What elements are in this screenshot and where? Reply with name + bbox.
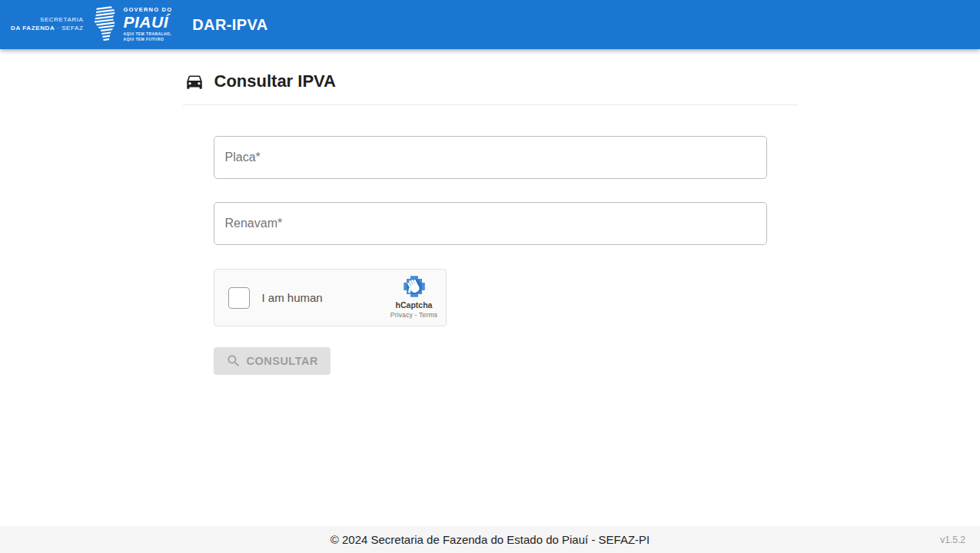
secretaria-line2: DA FAZENDA · SEFAZ [11, 25, 84, 33]
placa-input[interactable] [214, 136, 767, 179]
hcaptcha-widget: I am human hCaptcha Privacy - Terms [214, 269, 447, 326]
hcaptcha-brand: hCaptcha Privacy - Terms [389, 275, 440, 318]
consulta-form: I am human hCaptcha Privacy - Terms [183, 136, 798, 375]
copyright-text: © 2024 Secretaria de Fazenda do Estado d… [331, 533, 649, 546]
secretaria-fazenda-wordmark: SECRETARIA DA FAZENDA · SEFAZ [11, 16, 84, 33]
governo-piaui-wordmark: GOVERNO DO PIAUÍ AQUI TEM TRABALHO, AQUI… [124, 7, 173, 42]
app-version: v1.5.2 [940, 535, 965, 545]
section-heading: Consultar IPVA [184, 71, 798, 91]
piaui-label: PIAUÍ [124, 14, 173, 30]
piaui-map-icon [91, 6, 119, 43]
governo-slogan: AQUI TEM TRABALHO, AQUI TEM FUTURO [124, 31, 173, 42]
governo-do-label: GOVERNO DO [124, 7, 173, 13]
app-header: SECRETARIA DA FAZENDA · SEFAZ [0, 0, 980, 49]
search-icon [226, 353, 241, 369]
car-icon [184, 71, 204, 91]
main-content: Consultar IPVA I am human [183, 49, 798, 375]
captcha-privacy-terms-links[interactable]: Privacy - Terms [389, 312, 440, 319]
renavam-input[interactable] [214, 202, 767, 245]
captcha-checkbox[interactable] [228, 287, 250, 309]
heading-divider [183, 104, 798, 105]
hcaptcha-brand-name: hCaptcha [389, 301, 440, 310]
secretaria-line1: SECRETARIA [11, 16, 84, 25]
app-footer: © 2024 Secretaria de Fazenda do Estado d… [0, 526, 980, 553]
hcaptcha-logo-icon [403, 275, 426, 298]
page-title: DAR-IPVA [192, 16, 267, 34]
sefaz-piaui-logo: SECRETARIA DA FAZENDA · SEFAZ [11, 6, 172, 43]
captcha-label: I am human [262, 291, 323, 304]
consultar-button-label: CONSULTAR [247, 355, 318, 367]
section-heading-label: Consultar IPVA [214, 71, 337, 91]
consultar-button[interactable]: CONSULTAR [214, 347, 331, 375]
